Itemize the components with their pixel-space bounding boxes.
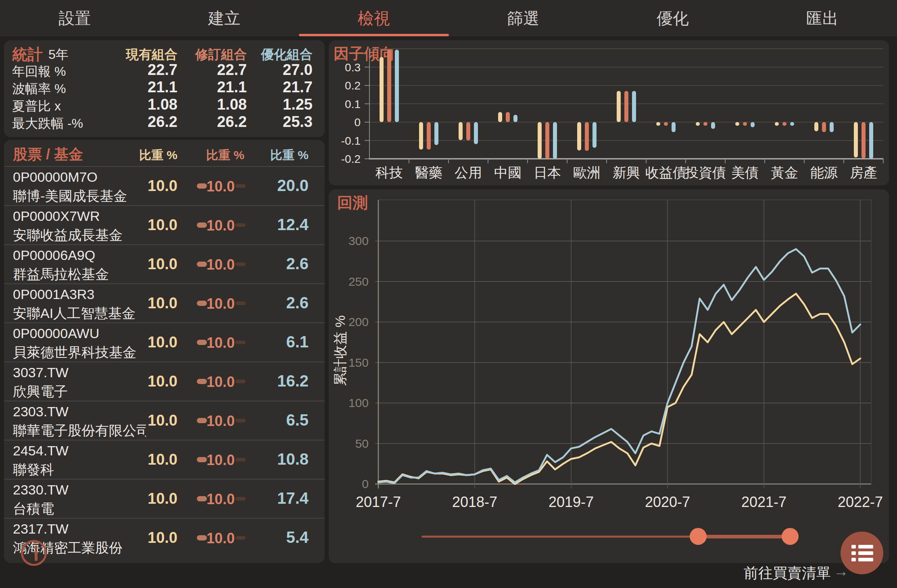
increase-weight-button[interactable] bbox=[236, 262, 246, 266]
increase-weight-button[interactable] bbox=[236, 341, 246, 344]
holding-ticker: 0P00000AWU bbox=[13, 326, 99, 341]
factor-bar-現有組合 bbox=[459, 122, 463, 140]
trade-list-fab[interactable] bbox=[841, 532, 883, 574]
tab-4[interactable]: 篩選 bbox=[448, 0, 598, 36]
optimized-weight: 17.4 bbox=[252, 489, 309, 507]
tab-6[interactable]: 匯出 bbox=[748, 0, 897, 36]
factor-category-label: 黃金 bbox=[771, 165, 798, 180]
holding-name: 安聯收益成長基金 bbox=[13, 226, 146, 245]
increase-weight-button[interactable] bbox=[236, 301, 246, 305]
current-weight: 10.0 bbox=[129, 373, 177, 390]
increase-weight-button[interactable] bbox=[236, 497, 246, 501]
holding-name: 台積電 bbox=[13, 500, 146, 518]
factor-bar-修訂組合 bbox=[822, 122, 826, 132]
revised-weight-stepper: 10.0 bbox=[194, 284, 254, 323]
stat-row-label: 夏普比 x bbox=[12, 98, 61, 115]
slider-track[interactable] bbox=[421, 536, 698, 538]
y-tick-label: -0.1 bbox=[341, 135, 361, 147]
increase-weight-button[interactable] bbox=[236, 184, 246, 188]
factor-bar-現有組合 bbox=[775, 122, 779, 126]
current-weight: 10.0 bbox=[129, 256, 177, 273]
holding-row[interactable]: 2317.TW鴻海精密工業股份10.010.05.4 bbox=[4, 518, 325, 558]
holding-name: 聯博-美國成長基金 bbox=[13, 187, 146, 206]
x-tick-label: 2022-7 bbox=[838, 494, 883, 510]
weight-column-header: 比重 % bbox=[228, 147, 309, 164]
factor-category-label: 公用 bbox=[455, 165, 482, 180]
factor-bar-優化組合 bbox=[474, 122, 478, 144]
y-axis-title: 累計收益 % bbox=[332, 315, 348, 386]
stat-row-label: 最大跌幅 -% bbox=[12, 115, 83, 133]
factor-bar-現有組合 bbox=[735, 122, 739, 126]
holding-name: 群益馬拉松基金 bbox=[13, 265, 146, 284]
backtest-line-chart: 0501001502002503002017-72018-72019-72020… bbox=[329, 189, 889, 563]
active-tab-underline bbox=[299, 34, 449, 36]
tab-1[interactable]: 設置 bbox=[0, 0, 149, 36]
holdings-title: 股票 / 基金 bbox=[13, 145, 83, 164]
factor-bar-現有組合 bbox=[854, 122, 858, 158]
tab-2[interactable]: 建立 bbox=[150, 0, 299, 36]
revised-weight-value: 10.0 bbox=[206, 178, 236, 195]
factor-category-label: 歐洲 bbox=[573, 165, 601, 180]
y-tick-label: 50 bbox=[355, 437, 369, 450]
holding-row[interactable]: 0P0000X7WR安聯收益成長基金10.010.012.4 bbox=[4, 205, 325, 245]
holding-row[interactable]: 3037.TW欣興電子10.010.016.2 bbox=[4, 362, 325, 401]
y-tick-label: 200 bbox=[348, 315, 369, 328]
factor-category-label: 日本 bbox=[534, 165, 561, 180]
tab-3[interactable]: 檢視 bbox=[299, 0, 448, 36]
revised-weight-value: 10.0 bbox=[206, 217, 236, 234]
increase-weight-button[interactable] bbox=[236, 458, 246, 461]
holding-row[interactable]: 2303.TW聯華電子股份有限公司10.010.06.5 bbox=[4, 401, 325, 440]
holding-row[interactable]: 2454.TW聯發科10.010.010.8 bbox=[4, 440, 325, 480]
factor-bar-現有組合 bbox=[577, 122, 581, 151]
revised-weight-stepper: 10.0 bbox=[194, 362, 254, 401]
y-tick-label: 0.2 bbox=[345, 79, 361, 92]
info-icon-stem bbox=[35, 551, 38, 561]
increase-weight-button[interactable] bbox=[236, 223, 246, 227]
holding-ticker: 3037.TW bbox=[13, 365, 69, 380]
holding-row[interactable]: 2330.TW台積電10.010.017.4 bbox=[4, 479, 325, 519]
factor-bar-優化組合 bbox=[632, 91, 636, 122]
tab-5[interactable]: 優化 bbox=[598, 0, 747, 36]
increase-weight-button[interactable] bbox=[236, 380, 246, 383]
optimized-weight: 5.4 bbox=[252, 528, 309, 546]
slider-selected-range[interactable] bbox=[698, 535, 791, 538]
increase-weight-button[interactable] bbox=[236, 419, 246, 422]
factor-bar-修訂組合 bbox=[743, 122, 747, 126]
holding-row[interactable]: 0P00000M7O聯博-美國成長基金10.010.020.0 bbox=[4, 166, 325, 206]
info-icon[interactable] bbox=[21, 540, 47, 566]
holding-row[interactable]: 0P00006A9Q群益馬拉松基金10.010.02.6 bbox=[4, 244, 325, 284]
factor-bar-修訂組合 bbox=[427, 122, 431, 150]
holding-ticker: 0P0000X7WR bbox=[13, 208, 100, 224]
x-tick-label: 2020-7 bbox=[645, 494, 690, 510]
factor-bar-修訂組合 bbox=[782, 122, 786, 126]
revised-weight-value: 10.0 bbox=[206, 295, 236, 312]
optimized-weight: 16.2 bbox=[252, 372, 309, 390]
y-tick-label: 150 bbox=[348, 356, 369, 369]
holding-ticker: 0P0001A3R3 bbox=[13, 287, 94, 302]
stat-value: 25.3 bbox=[224, 113, 313, 131]
factor-bar-優化組合 bbox=[830, 122, 834, 132]
current-weight: 10.0 bbox=[129, 216, 177, 234]
holding-name: 聯發科 bbox=[13, 461, 146, 479]
increase-weight-button[interactable] bbox=[236, 536, 246, 540]
slider-handle-start[interactable] bbox=[690, 528, 707, 545]
factor-bar-修訂組合 bbox=[506, 112, 510, 122]
info-icon-dot bbox=[35, 546, 38, 549]
holding-row[interactable]: 0P0001A3R3安聯AI人工智慧基金10.010.02.6 bbox=[4, 283, 325, 323]
trade-list-link[interactable]: 前往買賣清單 bbox=[714, 563, 831, 583]
optimized-weight: 20.0 bbox=[252, 177, 309, 195]
factor-bar-優化組合 bbox=[672, 122, 676, 132]
y-tick-label: 100 bbox=[348, 396, 369, 409]
y-tick-label: -0.2 bbox=[341, 153, 361, 165]
stats-panel: 統計 5年 現有組合修訂組合優化組合年回報 %22.722.727.0波幅率 %… bbox=[4, 40, 325, 137]
current-weight: 10.0 bbox=[129, 334, 177, 351]
x-tick-label: 2019-7 bbox=[549, 494, 594, 510]
factor-bar-現有組合 bbox=[814, 122, 818, 131]
slider-handle-end[interactable] bbox=[782, 528, 799, 545]
current-weight: 10.0 bbox=[129, 529, 177, 546]
x-tick-label: 2017-7 bbox=[356, 494, 401, 510]
holding-row[interactable]: 0P00000AWU貝萊德世界科技基金10.010.06.1 bbox=[4, 322, 325, 362]
current-weight: 10.0 bbox=[129, 177, 177, 195]
optimized-weight: 6.1 bbox=[252, 333, 309, 351]
factor-category-label: 投資債 bbox=[685, 165, 726, 180]
